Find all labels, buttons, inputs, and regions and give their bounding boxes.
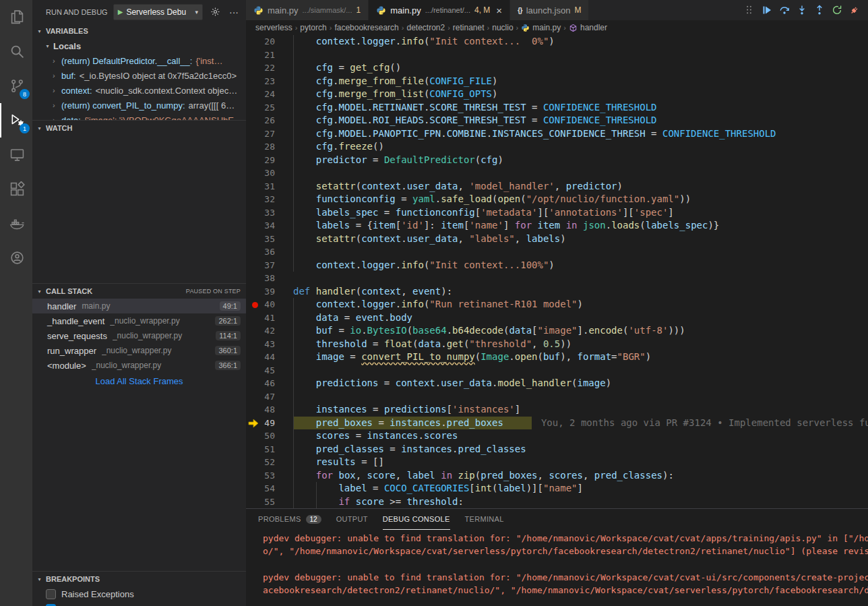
editor-tab[interactable]: main.py.../retinanet/...4, M× [369, 0, 510, 20]
code-line[interactable]: 33 labels_spec = functionconfig['metadat… [246, 206, 868, 220]
activity-run-and-debug-button[interactable]: 1 [0, 103, 32, 138]
code-line[interactable]: 45 [246, 364, 868, 377]
drag-handle-icon[interactable] [744, 5, 755, 16]
gutter[interactable]: 36 [246, 245, 293, 259]
code-line[interactable]: 41 data = event.body [246, 311, 868, 325]
call-stack-section-header[interactable]: ▾ CALL STACK PAUSED ON STEP [32, 284, 246, 299]
gutter[interactable]: 27 [246, 127, 293, 141]
variables-section-header[interactable]: ▾ VARIABLES [32, 24, 246, 38]
launch-config-select[interactable]: ▶ Serverless Debu ▾ [113, 4, 203, 20]
code-line[interactable]: 44 image = convert_PIL_to_numpy(Image.op… [246, 351, 868, 364]
variable-row[interactable]: ›data:{'image': 'iVBORw0KGgoAAAANSUhE… [32, 113, 246, 120]
checkbox-checked-icon[interactable]: ✓ [46, 604, 56, 606]
checkbox-unchecked-icon[interactable] [46, 589, 56, 599]
code-line[interactable]: 35 setattr(context.user_data, "labels", … [246, 233, 868, 246]
continue-icon[interactable] [762, 5, 772, 16]
gutter[interactable]: 43 [246, 338, 293, 351]
step-out-icon[interactable] [814, 5, 825, 16]
gutter[interactable]: 39 [246, 285, 293, 299]
gutter[interactable]: 42 [246, 324, 293, 338]
disconnect-icon[interactable] [849, 5, 860, 16]
activity-extensions-button[interactable] [0, 172, 32, 206]
code-line[interactable]: 50 scores = instances.scores [246, 429, 868, 443]
gutter[interactable]: 52 [246, 456, 293, 469]
more-actions-icon[interactable]: ··· [227, 7, 241, 18]
step-over-icon[interactable] [779, 5, 790, 16]
activity-account-button[interactable] [0, 241, 32, 275]
breadcrumb-item[interactable]: serverless [255, 23, 292, 32]
breadcrumb-item[interactable]: detectron2 [406, 23, 445, 32]
editor-tab[interactable]: {}launch.jsonM [510, 0, 589, 20]
code-line[interactable]: 43 threshold = float(data.get("threshold… [246, 338, 868, 351]
code-line[interactable]: 29 predictor = DefaultPredictor(cfg) [246, 154, 868, 167]
code-line[interactable]: 46 predictions = context.user_data.model… [246, 377, 868, 390]
breakpoint-row[interactable]: Raised Exceptions [32, 586, 246, 601]
gutter[interactable]: 20 [246, 35, 293, 49]
breadcrumb-item[interactable]: retinanet [453, 23, 485, 32]
gutter[interactable]: 37 [246, 259, 293, 272]
code-line[interactable]: 55 if score >= threshold: [246, 495, 868, 509]
variable-row[interactable]: ›(return) DefaultPredictor.__call__:{'in… [32, 53, 246, 68]
gutter[interactable]: 51 [246, 443, 293, 456]
code-line[interactable]: 31 setattr(context.user_data, 'model_han… [246, 180, 868, 193]
variable-row[interactable]: ›(return) convert_PIL_to_numpy:array([[[… [32, 98, 246, 113]
code-line[interactable]: 30 [246, 166, 868, 180]
breadcrumb-item[interactable]: main.py [521, 23, 561, 32]
gutter[interactable]: 25 [246, 101, 293, 115]
stack-frame-row[interactable]: serve_requests_nuclio_wrapper.py114:1 [32, 328, 246, 343]
gutter[interactable]: 31 [246, 180, 293, 193]
load-all-stack-frames-link[interactable]: Load All Stack Frames [32, 376, 246, 386]
breakpoint-row[interactable]: ✓Uncaught Exceptions [32, 601, 246, 606]
code-line[interactable]: 49 pred_boxes = instances.pred_boxesYou,… [246, 417, 868, 430]
code-line[interactable]: 34 labels = {item['id']: item['name'] fo… [246, 219, 868, 233]
watch-section-header[interactable]: ▾ WATCH [32, 121, 246, 135]
variable-row[interactable]: ›context:<nuclio_sdk.context.Context obj… [32, 83, 246, 98]
code-line[interactable]: 51 pred_classes = instances.pred_classes [246, 443, 868, 456]
panel-tab-problems[interactable]: PROBLEMS12 [258, 509, 321, 530]
editor-tab[interactable]: main.py.../siammask/...1 [246, 0, 369, 20]
gutter[interactable]: 35 [246, 233, 293, 246]
gutter[interactable]: 44 [246, 351, 293, 364]
code-line[interactable]: 53 for box, score, label in zip(pred_box… [246, 469, 868, 483]
breakpoints-section-header[interactable]: ▾ BREAKPOINTS [32, 572, 246, 586]
gutter[interactable]: 29 [246, 154, 293, 167]
variable-row[interactable]: ›buf:<_io.BytesIO object at 0x7f5a2dc1ec… [32, 68, 246, 83]
gutter[interactable]: 28 [246, 140, 293, 154]
code-line[interactable]: 52 results = [] [246, 456, 868, 469]
gutter[interactable]: 21 [246, 49, 293, 62]
code-line[interactable]: 24 cfg.merge_from_list(CONFIG_OPTS) [246, 88, 868, 101]
code-line[interactable]: 20 context.logger.info("Init context... … [246, 35, 868, 49]
gutter[interactable]: 40 [246, 298, 293, 311]
code-line[interactable]: 36 [246, 245, 868, 259]
close-icon[interactable]: × [496, 5, 502, 16]
code-line[interactable]: 39def handler(context, event): [246, 285, 868, 299]
gutter[interactable]: 48 [246, 403, 293, 417]
panel-tab-terminal[interactable]: TERMINAL [465, 509, 504, 530]
gutter[interactable]: 33 [246, 206, 293, 220]
gutter[interactable]: 34 [246, 219, 293, 233]
restart-icon[interactable] [832, 5, 842, 16]
activity-remote-explorer-button[interactable] [0, 138, 32, 172]
gutter[interactable]: 30 [246, 166, 293, 180]
gutter[interactable]: 26 [246, 114, 293, 127]
code-line[interactable]: 25 cfg.MODEL.RETINANET.SCORE_THRESH_TEST… [246, 101, 868, 115]
breadcrumb-item[interactable]: nuclio [492, 23, 513, 32]
gutter[interactable]: 47 [246, 390, 293, 404]
code-line[interactable]: 32 functionconfig = yaml.safe_load(open(… [246, 193, 868, 206]
activity-search-button[interactable] [0, 34, 32, 69]
activity-docker-button[interactable] [0, 206, 32, 241]
stack-frame-row[interactable]: handlermain.py49:1 [32, 299, 246, 313]
gutter[interactable]: 50 [246, 429, 293, 443]
code-line[interactable]: 48 instances = predictions['instances'] [246, 403, 868, 417]
settings-gear-icon[interactable] [208, 7, 222, 17]
gutter[interactable]: 45 [246, 364, 293, 377]
debug-console-output[interactable]: pydev debugger: unable to find translati… [246, 530, 868, 606]
code-line[interactable]: 38 [246, 272, 868, 285]
code-line[interactable]: 37 context.logger.info("Init context...1… [246, 259, 868, 272]
code-line[interactable]: 42 buf = io.BytesIO(base64.b64decode(dat… [246, 324, 868, 338]
breadcrumb-item[interactable]: facebookresearch [334, 23, 398, 32]
code-line[interactable]: 21 [246, 49, 868, 62]
breakpoint-icon[interactable] [252, 302, 258, 308]
breadcrumb-item[interactable]: handler [569, 23, 607, 32]
breadcrumb-item[interactable]: pytorch [300, 23, 326, 32]
